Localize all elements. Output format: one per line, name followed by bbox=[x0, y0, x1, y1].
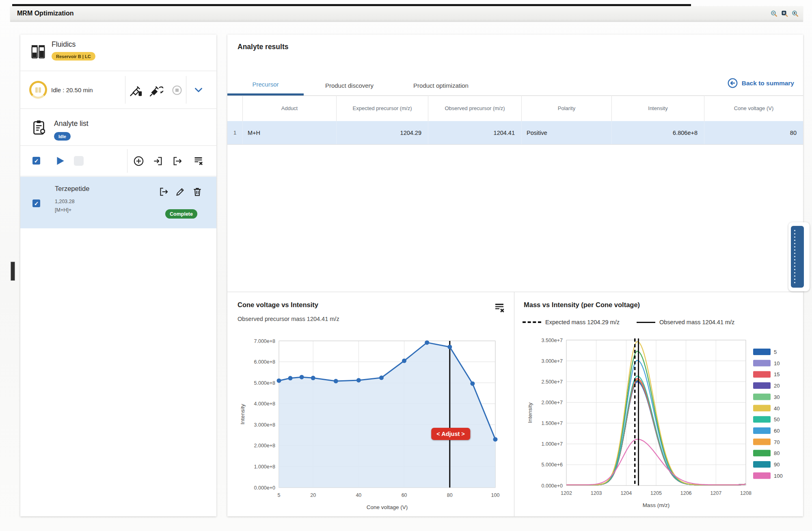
data-point[interactable] bbox=[493, 437, 498, 442]
column-header[interactable]: Polarity bbox=[522, 95, 612, 121]
run-play-button[interactable] bbox=[55, 155, 65, 167]
data-point[interactable] bbox=[447, 345, 452, 349]
legend-swatch bbox=[753, 371, 771, 377]
stop-fluidics-icon[interactable] bbox=[171, 85, 183, 96]
column-header[interactable]: Intensity bbox=[612, 95, 704, 121]
titlebar-zoom-controls bbox=[770, 10, 799, 17]
data-point[interactable] bbox=[300, 375, 304, 379]
legend-item-70[interactable]: 70 bbox=[753, 439, 780, 445]
data-point[interactable] bbox=[379, 375, 384, 380]
data-point[interactable] bbox=[311, 376, 315, 380]
legend-label: 20 bbox=[774, 383, 780, 389]
data-point[interactable] bbox=[470, 381, 475, 386]
fluidics-idle-spinner-icon bbox=[29, 81, 47, 99]
data-point[interactable] bbox=[288, 376, 293, 380]
clear-chart-icon[interactable] bbox=[493, 302, 505, 314]
legend-item-100[interactable]: 100 bbox=[753, 472, 783, 479]
intensity-cell: 6.806e+8 bbox=[612, 121, 704, 144]
divider bbox=[186, 76, 186, 104]
select-all-checkbox[interactable]: ✓ bbox=[32, 157, 40, 165]
legend-item-60[interactable]: 60 bbox=[753, 427, 780, 434]
data-point[interactable] bbox=[402, 358, 406, 363]
legend-item-15[interactable]: 15 bbox=[753, 371, 780, 377]
clear-list-icon[interactable] bbox=[193, 156, 204, 167]
cone-voltage-chart-subtitle: Observed precursor mass 1204.41 m/z bbox=[238, 316, 339, 322]
area-fill bbox=[279, 342, 495, 488]
delete-analyte-icon[interactable] bbox=[192, 186, 203, 197]
legend-label: 50 bbox=[774, 416, 780, 423]
import-list-icon[interactable] bbox=[153, 156, 164, 167]
row-number-cell: 1 bbox=[227, 121, 243, 144]
x-tick-label: 1202 bbox=[561, 490, 572, 496]
x-tick-label: 1205 bbox=[650, 490, 662, 496]
legend-swatch bbox=[753, 427, 771, 434]
mass-intensity-chart[interactable]: 0.000e+05.000e+61.000e+71.500e+72.000e+7… bbox=[514, 327, 803, 512]
analyte-checkbox[interactable]: ✓ bbox=[32, 199, 40, 207]
column-header[interactable]: Observed precursor (m/z) bbox=[428, 95, 522, 121]
data-point[interactable] bbox=[425, 340, 429, 345]
y-tick-label: 1.500e+7 bbox=[542, 420, 563, 426]
expected-mass-line-sample bbox=[523, 321, 541, 323]
export-analyte-icon[interactable] bbox=[158, 186, 169, 197]
legend-item-10[interactable]: 10 bbox=[753, 360, 780, 366]
x-axis-label: Mass (m/z) bbox=[643, 502, 670, 508]
tab-product-discovery[interactable]: Product discovery bbox=[304, 75, 395, 95]
zoom-fit-icon[interactable] bbox=[781, 10, 788, 17]
legend-item-90[interactable]: 90 bbox=[753, 461, 780, 468]
wash-syringe-icon[interactable] bbox=[149, 83, 163, 97]
mass-chart-title: Mass vs Intensity (per Cone voltage) bbox=[524, 301, 640, 309]
titlebar: MRM Optimization bbox=[10, 6, 803, 22]
adjust-cone-voltage-button[interactable]: < Adjust > bbox=[431, 428, 470, 440]
y-tick-label: 3.500e+7 bbox=[542, 338, 563, 343]
edit-analyte-icon[interactable] bbox=[175, 186, 186, 197]
tab-product-optimization[interactable]: Product optimization bbox=[395, 75, 487, 95]
row-number-column-header bbox=[227, 95, 243, 121]
chevron-down-icon[interactable] bbox=[193, 86, 204, 95]
data-point[interactable] bbox=[334, 379, 338, 384]
observed-mass-line-sample bbox=[637, 322, 655, 323]
table-row[interactable]: 1M+H1204.291204.41Positive6.806e+880 bbox=[227, 121, 803, 145]
right-drawer-tab[interactable] bbox=[791, 226, 804, 288]
y-tick-label: 7.000e+8 bbox=[254, 338, 276, 344]
left-drawer-handle[interactable] bbox=[11, 262, 15, 281]
legend-label: 80 bbox=[774, 450, 780, 456]
x-tick-label: 20 bbox=[310, 492, 316, 498]
column-header[interactable]: Cone voltage (V) bbox=[704, 95, 803, 121]
prime-syringe-icon[interactable] bbox=[129, 83, 143, 97]
legend-item-20[interactable]: 20 bbox=[753, 382, 780, 389]
legend-item-80[interactable]: 80 bbox=[753, 450, 780, 456]
data-point[interactable] bbox=[277, 378, 281, 383]
stop-run-button[interactable] bbox=[74, 156, 84, 166]
y-axis-label: Intensity bbox=[240, 404, 246, 425]
legend-swatch bbox=[753, 472, 771, 479]
zoom-in-icon[interactable] bbox=[791, 10, 799, 17]
back-to-summary-button[interactable]: Back to summary bbox=[727, 78, 794, 89]
analyte-list-title: Analyte list bbox=[54, 119, 89, 128]
legend-item-40[interactable]: 40 bbox=[753, 405, 780, 412]
add-analyte-icon[interactable] bbox=[133, 156, 144, 167]
analyte-item-terzepetide[interactable]: ✓ Terzepetide 1,203.28 [M+H]+ Complete bbox=[20, 177, 216, 228]
fluidics-status-row: Idle : 20.50 min bbox=[20, 71, 216, 109]
cone-voltage-chart-title: Cone voltage vs Intensity bbox=[238, 301, 318, 309]
data-point[interactable] bbox=[356, 378, 361, 382]
tab-precursor[interactable]: Precursor bbox=[227, 75, 304, 95]
y-tick-label: 2.000e+7 bbox=[542, 400, 563, 405]
x-tick-label: 1204 bbox=[620, 490, 632, 496]
y-tick-label: 2.000e+8 bbox=[254, 443, 276, 449]
export-list-icon[interactable] bbox=[172, 156, 183, 167]
x-axis-label: Cone voltage (V) bbox=[367, 504, 408, 510]
column-header[interactable]: Adduct bbox=[243, 95, 337, 121]
mass-chart-ref-legend: Expected mass 1204.29 m/z Observed mass … bbox=[523, 319, 734, 325]
legend-label: 5 bbox=[774, 349, 777, 355]
analyte-list-icon bbox=[32, 119, 47, 137]
column-header[interactable]: Expected precursor (m/z) bbox=[337, 95, 428, 121]
legend-item-5[interactable]: 5 bbox=[753, 349, 777, 355]
legend-item-30[interactable]: 30 bbox=[753, 394, 780, 400]
cone-voltage-chart[interactable]: 0.000e+01.000e+82.000e+83.000e+84.000e+8… bbox=[227, 327, 514, 512]
zoom-out-icon[interactable] bbox=[770, 10, 778, 17]
legend-item-50[interactable]: 50 bbox=[753, 416, 780, 423]
results-table-header: AdductExpected precursor (m/z)Observed p… bbox=[227, 95, 803, 121]
legend-swatch bbox=[753, 360, 771, 366]
legend-swatch bbox=[753, 416, 771, 423]
fluidics-reservoir-badge: Reservoir B | LC bbox=[52, 52, 95, 61]
